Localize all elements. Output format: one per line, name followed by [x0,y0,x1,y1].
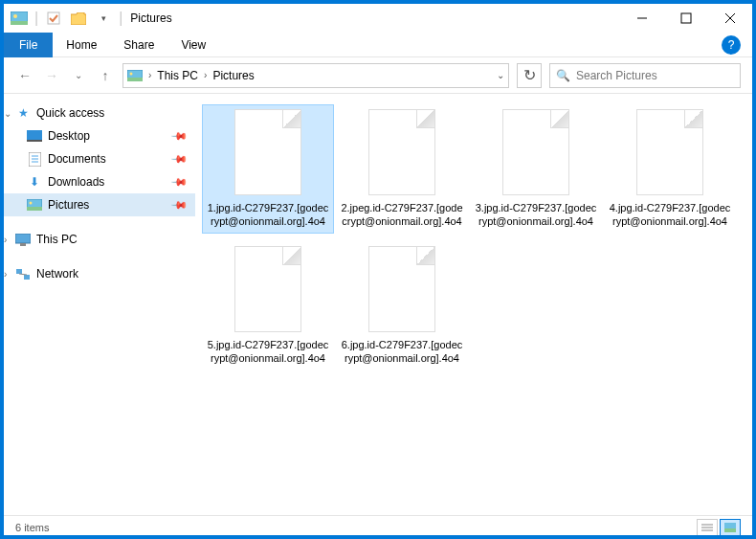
pictures-icon [127,68,143,83]
breadcrumb-pictures[interactable]: Pictures [212,69,254,82]
file-pane[interactable]: 1.jpg.id-C279F237.[godecrypt@onionmail.o… [195,94,752,515]
tab-home[interactable]: Home [53,34,110,56]
titlebar: | ▾ | Pictures [4,4,752,33]
search-placeholder: Search Pictures [576,69,657,82]
file-item[interactable]: 4.jpg.id-C279F237.[godecrypt@onionmail.o… [605,105,735,233]
file-tab[interactable]: File [4,33,53,57]
properties-icon[interactable] [44,9,63,28]
sidebar-documents[interactable]: Documents 📌 [4,147,195,170]
window-title: Pictures [130,11,171,25]
search-input[interactable]: 🔍 Search Pictures [549,63,741,88]
expand-caret-icon[interactable]: ⌄ [4,108,11,119]
file-thumb-icon [234,109,301,195]
file-thumb-icon [502,109,569,195]
file-name: 1.jpg.id-C279F237.[godecrypt@onionmail.o… [207,201,329,229]
file-item[interactable]: 5.jpg.id-C279F237.[godecrypt@onionmail.o… [203,242,333,370]
sidebar-quick-access[interactable]: ⌄ ★ Quick access [4,101,195,124]
sidebar-item-label: Desktop [48,129,90,143]
svg-rect-29 [724,528,736,532]
file-thumb-icon [368,246,435,332]
sidebar-item-label: Network [36,267,78,281]
svg-point-2 [13,14,17,18]
chevron-right-icon[interactable]: › [148,70,151,80]
file-name: 5.jpg.id-C279F237.[godecrypt@onionmail.o… [207,338,329,366]
close-button[interactable] [708,4,752,33]
star-icon: ★ [15,105,31,121]
svg-point-10 [130,72,133,75]
svg-rect-1 [11,21,28,25]
tab-share[interactable]: Share [110,34,167,56]
svg-line-24 [19,274,27,275]
refresh-button[interactable]: ↻ [517,63,542,88]
minimize-button[interactable] [620,4,664,33]
qa-separator: | [34,10,38,27]
tab-view[interactable]: View [167,34,219,56]
sidebar-this-pc[interactable]: › This PC [4,228,195,251]
network-icon [15,266,31,281]
pictures-icon [27,197,42,213]
sidebar-network[interactable]: › Network [4,262,195,285]
pin-icon: 📌 [169,149,188,168]
sidebar-item-label: Downloads [48,175,104,189]
expand-caret-icon[interactable]: › [4,235,7,245]
qa-separator: | [119,10,122,27]
file-item[interactable]: 6.jpg.id-C279F237.[godecrypt@onionmail.o… [337,242,467,370]
chevron-right-icon[interactable]: › [204,70,207,80]
file-item[interactable]: 3.jpg.id-C279F237.[godecrypt@onionmail.o… [471,105,601,233]
svg-rect-9 [127,78,143,81]
svg-rect-18 [27,207,42,211]
breadcrumb-this-pc[interactable]: This PC [157,69,198,82]
svg-point-19 [30,202,33,205]
svg-rect-5 [681,13,691,23]
svg-rect-21 [20,243,26,246]
up-button[interactable]: ↑ [96,66,115,85]
expand-caret-icon[interactable]: › [4,269,7,280]
thumbnails-view-button[interactable] [720,519,741,536]
file-thumb-icon [234,246,301,332]
qa-dropdown-icon[interactable]: ▾ [94,9,113,28]
sidebar-item-label: This PC [36,233,78,246]
pin-icon: 📌 [169,126,188,145]
recent-dropdown-icon[interactable]: ⌄ [69,66,88,85]
pin-icon: 📌 [169,172,188,191]
sidebar: ⌄ ★ Quick access Desktop 📌 Documents 📌 ⬇… [4,94,195,515]
sidebar-pictures[interactable]: Pictures 📌 [4,193,195,216]
forward-button[interactable]: → [42,66,61,85]
file-name: 6.jpg.id-C279F237.[godecrypt@onionmail.o… [341,338,463,366]
pin-icon: 📌 [169,195,188,213]
svg-rect-22 [16,269,22,274]
addressbar: ← → ⌄ ↑ › This PC › Pictures ⌄ ↻ 🔍 Searc… [4,57,752,94]
statusbar: 6 items [4,515,752,538]
file-thumb-icon [368,109,435,195]
desktop-icon [27,128,42,144]
svg-rect-20 [15,234,31,243]
menubar: File Home Share View ? [4,33,752,57]
breadcrumb[interactable]: › This PC › Pictures ⌄ [122,63,509,88]
svg-rect-12 [27,140,42,142]
app-icon [10,9,29,28]
search-icon: 🔍 [556,69,570,82]
svg-rect-23 [24,275,30,280]
back-button[interactable]: ← [15,66,34,85]
sidebar-desktop[interactable]: Desktop 📌 [4,124,195,147]
file-name: 2.jpeg.id-C279F237.[godecrypt@onionmail.… [341,201,463,229]
file-item[interactable]: 1.jpg.id-C279F237.[godecrypt@onionmail.o… [203,105,333,233]
maximize-button[interactable] [664,4,708,33]
downloads-icon: ⬇ [27,174,42,190]
sidebar-downloads[interactable]: ⬇ Downloads 📌 [4,170,195,193]
sidebar-item-label: Quick access [36,106,104,120]
file-name: 4.jpg.id-C279F237.[godecrypt@onionmail.o… [609,201,731,229]
documents-icon [27,151,42,167]
folder-icon[interactable] [69,9,88,28]
svg-rect-3 [48,12,59,24]
computer-icon [15,232,31,247]
file-item[interactable]: 2.jpeg.id-C279F237.[godecrypt@onionmail.… [337,105,467,233]
sidebar-item-label: Documents [48,152,106,166]
chevron-down-icon[interactable]: ⌄ [497,70,504,80]
details-view-button[interactable] [697,519,718,536]
file-name: 3.jpg.id-C279F237.[godecrypt@onionmail.o… [475,201,597,229]
help-icon[interactable]: ? [722,35,741,55]
svg-rect-11 [27,130,42,140]
file-thumb-icon [636,109,703,195]
sidebar-item-label: Pictures [48,198,89,212]
